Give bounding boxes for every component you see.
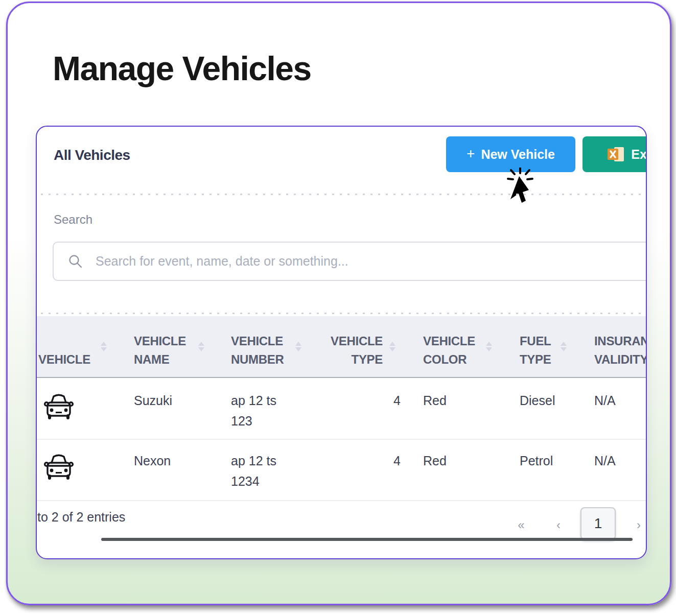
page-background: Manage Vehicles All Vehicles + New Vehic… [0,0,676,616]
cell-insurance-validity: N/A [594,451,616,471]
cell-vehicle-type: 4 [323,451,401,471]
column-header-fuel-type[interactable]: FUEL TYPE [520,332,567,369]
all-vehicles-card: All Vehicles + New Vehicle Excel [36,126,647,559]
sort-icon[interactable] [389,342,395,351]
divider-dashed-table [41,313,642,314]
divider-dashed-top [41,194,642,195]
cell-vehicle-color: Red [423,390,447,411]
cell-vehicle-color: Red [423,451,447,471]
cell-vehicle-number: ap 12 ts 123 [231,390,288,431]
search-label: Search [54,212,92,227]
car-front-icon [42,391,75,425]
page-title: Manage Vehicles [53,49,311,88]
sort-icon[interactable] [486,342,492,351]
column-header-vehicle-type[interactable]: VEHICLE TYPE [320,332,383,369]
excel-icon [608,146,625,162]
pagination-next-button[interactable]: › [628,517,647,533]
column-header-vehicle-name[interactable]: VEHICLE NAME [134,332,198,369]
search-box [53,242,647,281]
cell-insurance-validity: N/A [594,390,616,411]
entries-info: to 2 of 2 entries [37,510,125,525]
sort-icon[interactable] [101,342,107,351]
click-cursor-icon [504,168,536,211]
cell-vehicle-name: Nexon [134,451,171,471]
pagination-page-1[interactable]: 1 [580,507,616,540]
row-divider [37,500,646,501]
cell-vehicle-name: Suzuki [134,390,172,411]
cell-fuel-type: Petrol [520,451,553,471]
table-header-row: VEHICLE VEHICLE NAME VEHICLE NUMBER VEHI… [37,316,646,378]
pagination-prev-button[interactable]: ‹ [548,517,569,533]
card-title: All Vehicles [54,147,130,163]
pagination-first-button[interactable]: « [511,517,531,533]
excel-export-button[interactable]: Excel [582,136,647,172]
search-icon [68,254,83,269]
new-vehicle-button-label: New Vehicle [481,147,555,162]
car-front-icon [42,452,75,485]
cell-vehicle-type: 4 [323,390,401,411]
outer-frame: Manage Vehicles All Vehicles + New Vehic… [6,2,671,605]
sort-icon[interactable] [198,342,204,351]
new-vehicle-button[interactable]: + New Vehicle [446,136,575,172]
column-header-insurance-validity[interactable]: INSURANCE VALIDITY [594,332,647,369]
search-input[interactable] [53,242,647,281]
column-header-vehicle-number[interactable]: VEHICLE NUMBER [231,332,295,369]
sort-icon[interactable] [295,342,301,351]
cell-vehicle-number: ap 12 ts 1234 [231,451,288,491]
column-header-vehicle-color[interactable]: VEHICLE COLOR [423,332,487,369]
column-header-vehicle[interactable]: VEHICLE [38,350,101,369]
sort-icon[interactable] [561,342,567,351]
excel-button-label: Excel [631,147,647,162]
cell-fuel-type: Diesel [520,390,555,411]
plus-icon: + [467,146,475,162]
horizontal-scrollbar[interactable] [101,538,633,541]
table-row[interactable]: Nexon ap 12 ts 1234 4 Red Petrol N/A [37,439,646,500]
table-row[interactable]: Suzuki ap 12 ts 123 4 Red Diesel N/A [37,379,646,439]
